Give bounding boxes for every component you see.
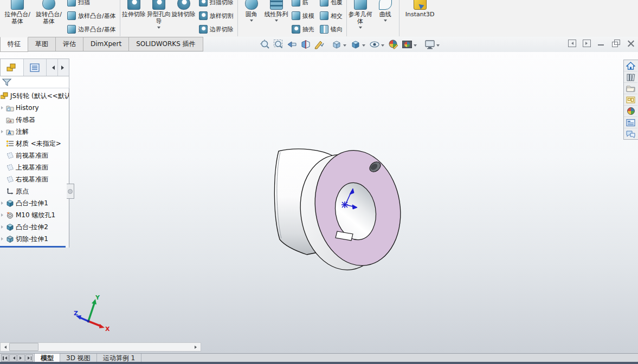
ribbon-button-lofted-boss[interactable]: 放样凸台/基体 <box>67 9 116 22</box>
tree-item-origin[interactable]: 原点 <box>0 185 69 197</box>
ribbon-button-boundary-cut[interactable]: 边界切除 <box>199 23 234 36</box>
tab-evaluate[interactable]: 评估 <box>56 37 83 51</box>
tab-motion-study-1[interactable]: 运动算例 1 <box>97 354 141 362</box>
panel-tab-scroll-left-button[interactable] <box>46 59 57 76</box>
tab-model[interactable]: 模型 <box>34 354 60 362</box>
previous-tab-button[interactable] <box>9 354 17 362</box>
ribbon-button-boundary-boss[interactable]: 边界凸台/基体 <box>67 23 116 36</box>
task-pane-design-library-button[interactable] <box>624 72 637 83</box>
first-tab-button[interactable] <box>1 354 9 362</box>
dropdown-caret-icon[interactable] <box>157 27 160 30</box>
panel-splitter-handle[interactable] <box>67 184 74 199</box>
view-settings-button[interactable] <box>423 38 436 50</box>
expand-arrow-icon[interactable] <box>0 106 5 109</box>
next-tab-button[interactable] <box>17 354 25 362</box>
tree-item-cut-extrude1[interactable]: 切除-拉伸1 <box>0 233 69 245</box>
task-pane-appearances-button[interactable] <box>624 106 637 117</box>
scroll-left-button[interactable] <box>1 343 9 351</box>
rollback-bar[interactable] <box>0 246 66 248</box>
ribbon-button-shell[interactable]: 抽壳 <box>292 23 314 36</box>
ribbon-button-extruded-cut[interactable]: 拉伸切除 <box>121 0 146 37</box>
ribbon-button-swept-cut[interactable]: 扫描切除 <box>199 0 234 9</box>
tab-features[interactable]: 特征 <box>0 37 28 52</box>
tab-dimxpert[interactable]: DimXpert <box>83 37 129 51</box>
ribbon-button-reference-geometry[interactable]: 参考几何体 <box>348 0 373 37</box>
tree-item-annotations[interactable]: 注解 <box>0 126 69 138</box>
dropdown-caret-icon[interactable] <box>414 44 417 48</box>
annotation-views-button[interactable] <box>312 38 326 50</box>
ribbon-button-intersect[interactable]: 相交 <box>320 9 343 22</box>
ribbon-button-fillet[interactable]: 圆角 <box>239 0 264 37</box>
previous-view-button[interactable] <box>285 38 299 50</box>
task-pane-file-explorer-button[interactable] <box>624 83 637 94</box>
ribbon-button-revolved-cut[interactable]: 旋转切除 <box>171 0 196 37</box>
edit-appearance-button[interactable] <box>386 38 400 50</box>
ribbon-button-extruded-boss[interactable]: 拉伸凸台/基体 <box>2 0 33 37</box>
dropdown-caret-icon[interactable] <box>436 44 440 48</box>
tree-item-history[interactable]: History <box>0 102 69 114</box>
tab-sketch[interactable]: 草图 <box>28 37 56 51</box>
ribbon-button-draft[interactable]: 拔模 <box>292 9 314 22</box>
panel-tab-scroll-right-button[interactable] <box>57 59 69 76</box>
ribbon-button-revolved-boss[interactable]: 旋转凸台/基体 <box>33 0 65 37</box>
restore-button[interactable] <box>612 40 620 47</box>
zoom-to-fit-button[interactable] <box>258 38 272 50</box>
tree-root-part[interactable]: JS转轮 (默认<<默认 <box>0 90 69 102</box>
ribbon-button-instant3d[interactable]: Instant3D <box>401 0 440 37</box>
task-pane-custom-properties-button[interactable] <box>624 117 637 128</box>
ribbon-button-curves[interactable]: 曲线 <box>373 0 398 37</box>
tree-horizontal-scrollbar[interactable] <box>0 342 201 352</box>
tree-item-right-plane[interactable]: 右视基准面 <box>0 173 69 185</box>
dropdown-caret-icon[interactable] <box>343 44 346 48</box>
zoom-to-area-button[interactable] <box>272 38 285 50</box>
dropdown-caret-icon[interactable] <box>359 27 362 30</box>
dropdown-caret-icon[interactable] <box>275 20 278 23</box>
scroll-right-button[interactable] <box>192 343 201 351</box>
tree-item-material[interactable]: 材质 <未指定> <box>0 138 69 150</box>
task-pane-forum-button[interactable] <box>624 128 637 139</box>
ribbon-button-lofted-cut[interactable]: 放样切割 <box>199 9 234 22</box>
propertymanager-tab[interactable] <box>24 59 47 76</box>
collapse-panel-right-button[interactable] <box>583 40 591 47</box>
ribbon-button-label: 线性阵列 <box>263 11 289 18</box>
tree-item-front-plane[interactable]: 前视基准面 <box>0 150 69 161</box>
section-view-button[interactable] <box>299 38 312 50</box>
dropdown-caret-icon[interactable] <box>362 44 365 48</box>
expand-arrow-icon[interactable] <box>0 202 5 205</box>
dropdown-caret-icon[interactable] <box>250 20 253 23</box>
expand-arrow-icon[interactable] <box>0 225 5 229</box>
collapse-panel-left-button[interactable] <box>568 40 576 47</box>
featuremanager-tab[interactable] <box>1 59 24 76</box>
expand-arrow-icon[interactable] <box>0 130 5 133</box>
last-tab-button[interactable] <box>25 354 33 362</box>
ribbon-button-wrap[interactable]: 包覆 <box>320 0 343 9</box>
tree-item-boss-extrude2[interactable]: 凸台-拉伸2 <box>0 221 69 233</box>
task-pane-home-button[interactable] <box>624 60 637 72</box>
hide-show-items-button[interactable] <box>368 38 381 50</box>
tab-solidworks-addins[interactable]: SOLIDWORKS 插件 <box>129 37 203 51</box>
ribbon-button-linear-pattern[interactable]: 线性阵列 <box>264 0 289 37</box>
graphics-area[interactable]: Y X Z JS转轮 <box>0 52 638 353</box>
scrollbar-thumb[interactable] <box>9 343 38 351</box>
close-button[interactable] <box>627 40 635 47</box>
tapped-hole-icon <box>5 211 15 219</box>
ribbon-button-sweep[interactable]: 扫描 <box>67 0 116 9</box>
expand-arrow-icon[interactable] <box>0 237 5 240</box>
minimize-button[interactable] <box>597 40 605 47</box>
tree-item-sensors[interactable]: 传感器 <box>0 114 69 126</box>
apply-scene-button[interactable] <box>400 38 414 50</box>
task-pane-view-palette-button[interactable] <box>624 94 637 106</box>
dropdown-caret-icon[interactable] <box>381 44 384 48</box>
ribbon-button-hole-wizard[interactable]: 异型孔向导 <box>146 0 171 37</box>
tree-item-boss-extrude1[interactable]: 凸台-拉伸1 <box>0 197 69 209</box>
tab-3d-views[interactable]: 3D 视图 <box>60 354 97 362</box>
tree-filter-bar[interactable] <box>0 76 69 88</box>
ribbon-button-rib[interactable]: 筋 <box>292 0 314 9</box>
view-orientation-button[interactable] <box>330 38 343 50</box>
dropdown-caret-icon[interactable] <box>384 20 387 23</box>
tree-item-m10-tapped-hole1[interactable]: M10 螺纹孔1 <box>0 209 69 221</box>
display-style-button[interactable] <box>349 38 362 50</box>
ribbon-button-mirror[interactable]: 镜向 <box>320 23 343 36</box>
tree-item-top-plane[interactable]: 上视基准面 <box>0 161 69 173</box>
expand-arrow-icon[interactable] <box>0 213 5 217</box>
